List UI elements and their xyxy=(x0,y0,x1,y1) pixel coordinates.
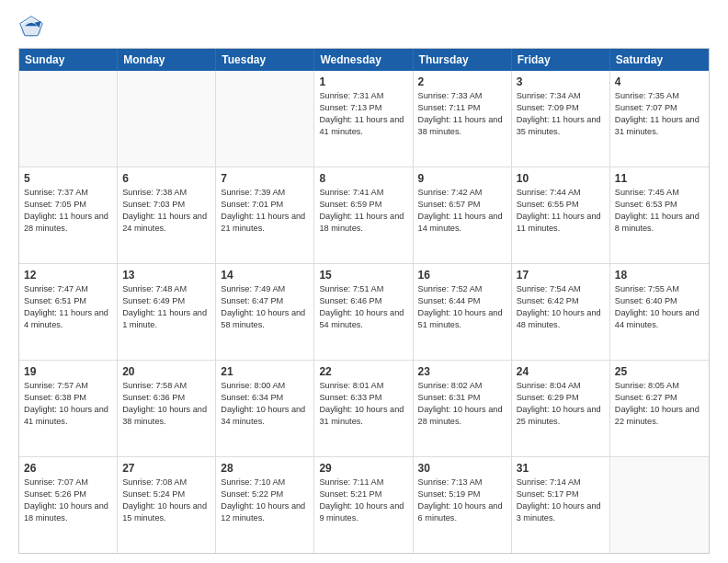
page: SundayMondayTuesdayWednesdayThursdayFrid… xyxy=(0,0,728,563)
day-number: 20 xyxy=(122,364,210,379)
day-content: Sunrise: 7:54 AM Sunset: 6:42 PM Dayligh… xyxy=(517,283,605,331)
logo xyxy=(18,15,46,40)
day-content: Sunrise: 7:10 AM Sunset: 5:22 PM Dayligh… xyxy=(221,477,309,524)
day-content: Sunrise: 7:14 AM Sunset: 5:17 PM Dayligh… xyxy=(517,477,605,524)
day-content: Sunrise: 8:02 AM Sunset: 6:31 PM Dayligh… xyxy=(418,380,506,428)
day-content: Sunrise: 7:51 AM Sunset: 6:46 PM Dayligh… xyxy=(319,283,407,331)
calendar-cell-2-4: 16Sunrise: 7:52 AM Sunset: 6:44 PM Dayli… xyxy=(414,264,512,360)
calendar-cell-1-3: 8Sunrise: 7:41 AM Sunset: 6:59 PM Daylig… xyxy=(314,167,413,263)
day-number: 8 xyxy=(319,171,407,186)
day-number: 28 xyxy=(221,461,309,476)
day-content: Sunrise: 7:38 AM Sunset: 7:03 PM Dayligh… xyxy=(122,187,210,235)
calendar-cell-1-4: 9Sunrise: 7:42 AM Sunset: 6:57 PM Daylig… xyxy=(414,167,512,263)
day-content: Sunrise: 7:47 AM Sunset: 6:51 PM Dayligh… xyxy=(24,283,112,331)
calendar-cell-4-1: 27Sunrise: 7:08 AM Sunset: 5:24 PM Dayli… xyxy=(118,457,216,553)
calendar-cell-3-4: 23Sunrise: 8:02 AM Sunset: 6:31 PM Dayli… xyxy=(414,361,512,456)
day-number: 2 xyxy=(418,75,506,89)
calendar-cell-0-4: 2Sunrise: 7:33 AM Sunset: 7:11 PM Daylig… xyxy=(414,71,512,167)
day-content: Sunrise: 7:58 AM Sunset: 6:36 PM Dayligh… xyxy=(122,380,210,428)
calendar-cell-2-1: 13Sunrise: 7:48 AM Sunset: 6:49 PM Dayli… xyxy=(118,264,216,360)
calendar-cell-1-6: 11Sunrise: 7:45 AM Sunset: 6:53 PM Dayli… xyxy=(610,167,709,263)
day-content: Sunrise: 7:08 AM Sunset: 5:24 PM Dayligh… xyxy=(122,477,210,524)
calendar-cell-0-2 xyxy=(216,71,314,167)
logo-icon xyxy=(18,15,44,40)
day-content: Sunrise: 7:41 AM Sunset: 6:59 PM Dayligh… xyxy=(319,187,407,235)
day-content: Sunrise: 8:05 AM Sunset: 6:27 PM Dayligh… xyxy=(615,380,704,428)
calendar-cell-0-6: 4Sunrise: 7:35 AM Sunset: 7:07 PM Daylig… xyxy=(610,71,709,167)
calendar-cell-3-0: 19Sunrise: 7:57 AM Sunset: 6:38 PM Dayli… xyxy=(19,361,118,456)
calendar-cell-4-3: 29Sunrise: 7:11 AM Sunset: 5:21 PM Dayli… xyxy=(314,457,413,553)
header-day-sunday: Sunday xyxy=(19,49,118,71)
day-content: Sunrise: 8:04 AM Sunset: 6:29 PM Dayligh… xyxy=(517,380,605,428)
day-number: 21 xyxy=(221,364,309,379)
calendar-body: 1Sunrise: 7:31 AM Sunset: 7:13 PM Daylig… xyxy=(19,71,709,553)
day-content: Sunrise: 7:37 AM Sunset: 7:05 PM Dayligh… xyxy=(24,187,112,235)
calendar-row-2: 12Sunrise: 7:47 AM Sunset: 6:51 PM Dayli… xyxy=(19,264,709,361)
day-content: Sunrise: 7:49 AM Sunset: 6:47 PM Dayligh… xyxy=(221,283,309,331)
calendar-cell-3-1: 20Sunrise: 7:58 AM Sunset: 6:36 PM Dayli… xyxy=(118,361,216,456)
header-day-friday: Friday xyxy=(512,49,610,71)
day-content: Sunrise: 8:01 AM Sunset: 6:33 PM Dayligh… xyxy=(319,380,407,428)
calendar-cell-1-1: 6Sunrise: 7:38 AM Sunset: 7:03 PM Daylig… xyxy=(118,167,216,263)
day-number: 22 xyxy=(319,364,407,379)
calendar-cell-2-3: 15Sunrise: 7:51 AM Sunset: 6:46 PM Dayli… xyxy=(314,264,413,360)
day-number: 12 xyxy=(24,268,112,282)
day-content: Sunrise: 7:35 AM Sunset: 7:07 PM Dayligh… xyxy=(615,90,704,138)
day-number: 17 xyxy=(517,268,605,282)
day-content: Sunrise: 7:33 AM Sunset: 7:11 PM Dayligh… xyxy=(418,90,506,138)
day-number: 15 xyxy=(319,268,407,282)
day-content: Sunrise: 7:13 AM Sunset: 5:19 PM Dayligh… xyxy=(418,477,506,524)
day-content: Sunrise: 7:57 AM Sunset: 6:38 PM Dayligh… xyxy=(24,380,112,428)
calendar-cell-4-0: 26Sunrise: 7:07 AM Sunset: 5:26 PM Dayli… xyxy=(19,457,118,553)
calendar-cell-4-2: 28Sunrise: 7:10 AM Sunset: 5:22 PM Dayli… xyxy=(216,457,314,553)
calendar-row-3: 19Sunrise: 7:57 AM Sunset: 6:38 PM Dayli… xyxy=(19,361,709,457)
calendar-header: SundayMondayTuesdayWednesdayThursdayFrid… xyxy=(19,49,709,71)
calendar-cell-1-5: 10Sunrise: 7:44 AM Sunset: 6:55 PM Dayli… xyxy=(512,167,610,263)
day-number: 11 xyxy=(615,171,704,186)
day-number: 23 xyxy=(418,364,506,379)
day-content: Sunrise: 7:39 AM Sunset: 7:01 PM Dayligh… xyxy=(221,187,309,235)
day-number: 14 xyxy=(221,268,309,282)
day-number: 31 xyxy=(517,461,605,476)
header-day-saturday: Saturday xyxy=(610,49,709,71)
calendar-row-4: 26Sunrise: 7:07 AM Sunset: 5:26 PM Dayli… xyxy=(19,457,709,553)
header xyxy=(18,15,710,40)
day-number: 16 xyxy=(418,268,506,282)
calendar-cell-4-5: 31Sunrise: 7:14 AM Sunset: 5:17 PM Dayli… xyxy=(512,457,610,553)
day-number: 7 xyxy=(221,171,309,186)
day-number: 1 xyxy=(319,75,407,89)
day-content: Sunrise: 8:00 AM Sunset: 6:34 PM Dayligh… xyxy=(221,380,309,428)
calendar-row-0: 1Sunrise: 7:31 AM Sunset: 7:13 PM Daylig… xyxy=(19,71,709,167)
day-content: Sunrise: 7:31 AM Sunset: 7:13 PM Dayligh… xyxy=(319,90,407,138)
day-number: 3 xyxy=(517,75,605,89)
calendar-cell-1-0: 5Sunrise: 7:37 AM Sunset: 7:05 PM Daylig… xyxy=(19,167,118,263)
calendar-cell-2-0: 12Sunrise: 7:47 AM Sunset: 6:51 PM Dayli… xyxy=(19,264,118,360)
day-number: 24 xyxy=(517,364,605,379)
day-number: 5 xyxy=(24,171,112,186)
calendar-cell-1-2: 7Sunrise: 7:39 AM Sunset: 7:01 PM Daylig… xyxy=(216,167,314,263)
header-day-tuesday: Tuesday xyxy=(216,49,314,71)
day-number: 29 xyxy=(319,461,407,476)
day-content: Sunrise: 7:45 AM Sunset: 6:53 PM Dayligh… xyxy=(615,187,704,235)
day-number: 27 xyxy=(122,461,210,476)
calendar-cell-4-4: 30Sunrise: 7:13 AM Sunset: 5:19 PM Dayli… xyxy=(414,457,512,553)
day-number: 25 xyxy=(615,364,704,379)
calendar-cell-0-3: 1Sunrise: 7:31 AM Sunset: 7:13 PM Daylig… xyxy=(314,71,413,167)
calendar-cell-0-0 xyxy=(19,71,118,167)
calendar-cell-4-6 xyxy=(610,457,709,553)
day-number: 19 xyxy=(24,364,112,379)
calendar-cell-2-2: 14Sunrise: 7:49 AM Sunset: 6:47 PM Dayli… xyxy=(216,264,314,360)
calendar-cell-0-1 xyxy=(118,71,216,167)
calendar-cell-3-6: 25Sunrise: 8:05 AM Sunset: 6:27 PM Dayli… xyxy=(610,361,709,456)
calendar-cell-0-5: 3Sunrise: 7:34 AM Sunset: 7:09 PM Daylig… xyxy=(512,71,610,167)
day-number: 10 xyxy=(517,171,605,186)
day-number: 26 xyxy=(24,461,112,476)
calendar-cell-2-5: 17Sunrise: 7:54 AM Sunset: 6:42 PM Dayli… xyxy=(512,264,610,360)
calendar-cell-3-5: 24Sunrise: 8:04 AM Sunset: 6:29 PM Dayli… xyxy=(512,361,610,456)
header-day-thursday: Thursday xyxy=(414,49,512,71)
day-number: 9 xyxy=(418,171,506,186)
day-content: Sunrise: 7:48 AM Sunset: 6:49 PM Dayligh… xyxy=(122,283,210,331)
day-content: Sunrise: 7:55 AM Sunset: 6:40 PM Dayligh… xyxy=(615,283,704,331)
day-number: 18 xyxy=(615,268,704,282)
day-content: Sunrise: 7:34 AM Sunset: 7:09 PM Dayligh… xyxy=(517,90,605,138)
